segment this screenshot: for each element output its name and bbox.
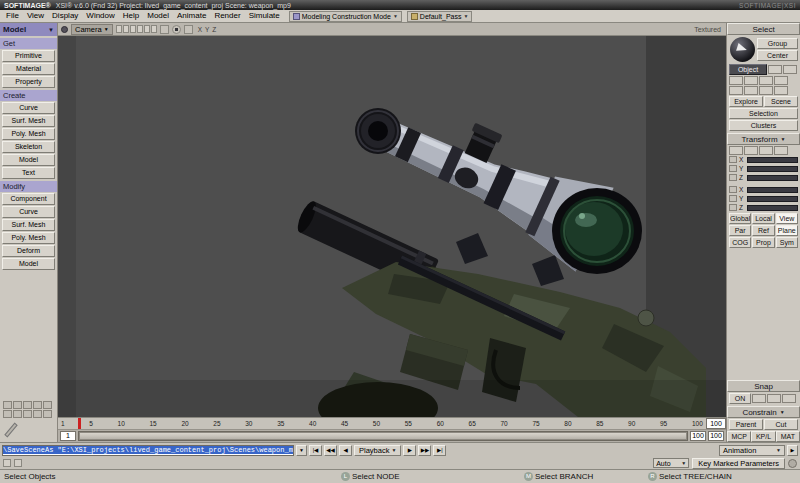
axis-x-label[interactable]: X — [198, 26, 202, 33]
palette-cell-icon[interactable] — [43, 401, 52, 409]
axis-y-label[interactable]: Y — [205, 26, 209, 33]
frame-tick-20[interactable]: 20 — [181, 420, 188, 427]
button-get-property[interactable]: Property — [2, 76, 55, 88]
rifle-3d-view[interactable] — [58, 36, 726, 417]
frame-tick-100[interactable]: 100 — [692, 420, 703, 427]
memo-cam-icon[interactable] — [116, 25, 122, 33]
menu-simulate[interactable]: Simulate — [245, 10, 284, 22]
frame-tick-5[interactable]: 5 — [89, 420, 93, 427]
button-kp-l[interactable]: KP/L — [751, 431, 775, 442]
transform-panel-header[interactable]: Transform ▼ — [727, 133, 800, 145]
button-view[interactable]: View — [776, 213, 798, 224]
playhead[interactable] — [78, 418, 81, 429]
selection-button[interactable]: Selection — [729, 108, 798, 119]
button-mat[interactable]: MAT — [776, 431, 800, 442]
render-pass-dropdown[interactable]: Default_Pass ▼ — [407, 11, 473, 22]
filter-icon[interactable] — [729, 86, 743, 95]
timeline-scrollbar-handle[interactable] — [80, 433, 686, 439]
button-ref[interactable]: Ref — [752, 225, 774, 236]
menu-animate[interactable]: Animate — [173, 10, 210, 22]
button-modify-deform[interactable]: Deform — [2, 245, 55, 257]
snap-panel-header[interactable]: Snap — [727, 380, 800, 392]
palette-icons[interactable] — [3, 401, 54, 418]
memo-cam-icon[interactable] — [123, 25, 129, 33]
viewport-memo-icons[interactable] — [116, 25, 157, 33]
button-create-skeleton[interactable]: Skeleton — [2, 141, 55, 153]
timeline-ruler[interactable]: 1510152025303540455055606570758085909510… — [58, 417, 726, 429]
button-plane[interactable]: Plane — [776, 225, 798, 236]
object-filter-button[interactable]: Object — [729, 64, 767, 75]
frame-tick-60[interactable]: 60 — [437, 420, 444, 427]
transform-toggle-icon[interactable] — [729, 195, 737, 202]
frame-tick-25[interactable]: 25 — [213, 420, 220, 427]
transform-toggle-icon[interactable] — [729, 186, 737, 193]
filter-icon[interactable] — [744, 76, 758, 85]
transport-step-forward-button[interactable]: ▶ — [403, 445, 416, 456]
transport-step-back-button[interactable]: ◀ — [339, 445, 352, 456]
filter-icon[interactable] — [774, 86, 788, 95]
menu-help[interactable]: Help — [119, 10, 143, 22]
button-create-model[interactable]: Model — [2, 154, 55, 166]
frame-tick-55[interactable]: 55 — [405, 420, 412, 427]
memo-cam-icon[interactable] — [137, 25, 143, 33]
transform-toggle-icon[interactable] — [729, 204, 737, 211]
filter-icon[interactable] — [759, 76, 773, 85]
layout-corner-icon[interactable] — [3, 459, 11, 467]
transform-value-field[interactable] — [747, 175, 798, 181]
transform-value-field[interactable] — [747, 196, 798, 202]
snap-toggle-button[interactable]: ON — [729, 393, 751, 404]
transform-value-field[interactable] — [747, 166, 798, 172]
palette-cell-icon[interactable] — [43, 410, 52, 418]
button-get-material[interactable]: Material — [2, 63, 55, 75]
frame-tick-90[interactable]: 90 — [628, 420, 635, 427]
camera-view-dropdown[interactable]: Camera ▼ — [71, 24, 113, 35]
frame-tick-95[interactable]: 95 — [660, 420, 667, 427]
frame-tick-10[interactable]: 10 — [118, 420, 125, 427]
filter-icon[interactable] — [768, 65, 782, 74]
memo-cam-icon[interactable] — [144, 25, 150, 33]
transform-toggle-icon[interactable] — [729, 165, 737, 172]
menu-display[interactable]: Display — [48, 10, 82, 22]
cut-button[interactable]: Cut — [764, 419, 798, 430]
button-global[interactable]: Global — [729, 213, 751, 224]
transport-prev-key-button[interactable]: ◀◀ — [324, 445, 337, 456]
palette-cell-icon[interactable] — [13, 401, 22, 409]
animation-menu-dropdown[interactable]: Animation ▼ — [719, 445, 785, 456]
frame-tick-40[interactable]: 40 — [309, 420, 316, 427]
snap-edge-icon[interactable] — [767, 394, 781, 403]
group-button[interactable]: Group — [757, 38, 798, 49]
button-modify-component[interactable]: Component — [2, 193, 55, 205]
button-cog[interactable]: COG — [729, 237, 751, 248]
ruler-ticks[interactable]: 1510152025303540455055606570758085909510… — [58, 418, 706, 429]
button-modify-model[interactable]: Model — [2, 258, 55, 270]
palette-cell-icon[interactable] — [23, 410, 32, 418]
frame-tick-15[interactable]: 15 — [150, 420, 157, 427]
button-create-poly-mesh[interactable]: Poly. Mesh — [2, 128, 55, 140]
rotate-tool-icon[interactable] — [744, 146, 758, 155]
button-modify-poly-mesh[interactable]: Poly. Mesh — [2, 232, 55, 244]
frame-tick-50[interactable]: 50 — [373, 420, 380, 427]
parent-button[interactable]: Parent — [729, 419, 763, 430]
palette-cell-icon[interactable] — [33, 401, 42, 409]
construction-mode-dropdown[interactable]: Modeling Construction Mode ▼ — [289, 11, 402, 22]
button-create-surf-mesh[interactable]: Surf. Mesh — [2, 115, 55, 127]
transform-value-field[interactable] — [747, 157, 798, 163]
button-modify-surf-mesh[interactable]: Surf. Mesh — [2, 219, 55, 231]
frame-tick-75[interactable]: 75 — [532, 420, 539, 427]
snap-point-icon[interactable] — [752, 394, 766, 403]
toolbar-mode-dropdown[interactable]: Model ▼ — [0, 23, 57, 36]
menu-window[interactable]: Window — [82, 10, 118, 22]
filter-icon[interactable] — [774, 76, 788, 85]
menu-model[interactable]: Model — [143, 10, 173, 22]
palette-cell-icon[interactable] — [23, 401, 32, 409]
transport-go-end-button[interactable]: ▶| — [433, 445, 446, 456]
palette-cell-icon[interactable] — [13, 410, 22, 418]
playback-menu-button[interactable]: Playback ▼ — [354, 445, 401, 456]
frame-tick-80[interactable]: 80 — [564, 420, 571, 427]
memo-cam-icon[interactable] — [130, 25, 136, 33]
viewport-canvas[interactable] — [58, 36, 726, 417]
transform-toggle-icon[interactable] — [729, 174, 737, 181]
button-sym[interactable]: Sym — [776, 237, 798, 248]
palette-cell-icon[interactable] — [3, 410, 12, 418]
frame-tick-85[interactable]: 85 — [596, 420, 603, 427]
